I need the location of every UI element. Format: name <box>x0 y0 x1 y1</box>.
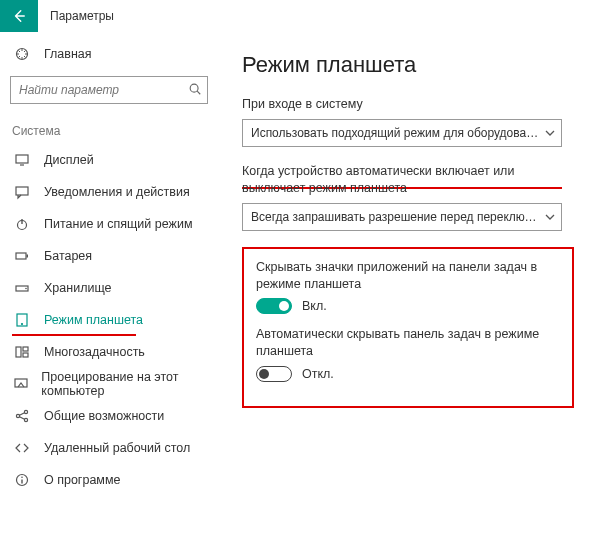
svg-point-17 <box>24 418 27 421</box>
sidebar-item-storage[interactable]: Хранилище <box>0 272 218 304</box>
sidebar-item-tablet[interactable]: Режим планшета <box>0 304 218 336</box>
sidebar-item-battery[interactable]: Батарея <box>0 240 218 272</box>
sidebar-item-label: О программе <box>32 473 120 487</box>
toggle-state: Откл. <box>302 367 334 381</box>
tablet-icon <box>12 312 32 328</box>
sidebar-item-label: Батарея <box>32 249 92 263</box>
sidebar-item-notifications[interactable]: Уведомления и действия <box>0 176 218 208</box>
sidebar-item-label: Питание и спящий режим <box>32 217 192 231</box>
storage-icon <box>12 280 32 296</box>
monitor-icon <box>12 152 32 168</box>
back-button[interactable] <box>0 0 38 32</box>
svg-point-19 <box>21 477 23 479</box>
project-icon <box>12 376 29 392</box>
chat-icon <box>12 184 32 200</box>
sidebar-item-projecting[interactable]: Проецирование на этот компьютер <box>0 368 218 400</box>
hide-taskbar-toggle[interactable] <box>256 366 292 382</box>
sidebar-item-about[interactable]: О программе <box>0 464 218 496</box>
select-value: Всегда запрашивать разрешение перед пере… <box>251 210 541 224</box>
arrow-left-icon <box>12 9 26 23</box>
shared-icon <box>12 408 32 424</box>
svg-rect-2 <box>16 155 28 163</box>
sidebar-item-label: Хранилище <box>32 281 112 295</box>
search-icon <box>188 82 202 96</box>
svg-point-8 <box>25 288 27 290</box>
svg-point-16 <box>24 410 27 413</box>
sidebar-item-shared[interactable]: Общие возможности <box>0 400 218 432</box>
hide-taskbar-label: Автоматически скрывать панель задач в ре… <box>256 326 560 360</box>
search-input[interactable] <box>10 76 208 104</box>
page-title: Режим планшета <box>242 52 576 78</box>
sidebar-item-display[interactable]: Дисплей <box>0 144 218 176</box>
autoswitch-label: Когда устройство автоматически включает … <box>242 163 562 197</box>
svg-rect-6 <box>27 255 29 258</box>
sidebar-item-power[interactable]: Питание и спящий режим <box>0 208 218 240</box>
remote-icon <box>12 440 32 456</box>
sidebar-item-label: Удаленный рабочий стол <box>32 441 190 455</box>
annotation-box: Скрывать значки приложений на панели зад… <box>242 247 574 409</box>
toggle-state: Вкл. <box>302 299 327 313</box>
hide-icons-toggle[interactable] <box>256 298 292 314</box>
nav-home-label: Главная <box>32 47 92 61</box>
multitask-icon <box>12 344 32 360</box>
signin-mode-label: При входе в систему <box>242 96 562 113</box>
svg-point-10 <box>21 323 22 324</box>
svg-rect-11 <box>16 347 21 357</box>
sidebar-item-label: Проецирование на этот компьютер <box>29 370 218 398</box>
sidebar-item-label: Общие возможности <box>32 409 164 423</box>
svg-point-1 <box>190 84 198 92</box>
nav-home[interactable]: Главная <box>0 38 218 70</box>
svg-rect-3 <box>16 187 28 195</box>
svg-rect-12 <box>23 347 28 351</box>
sidebar-item-label: Режим планшета <box>32 313 143 327</box>
power-icon <box>12 216 32 232</box>
svg-point-15 <box>16 414 19 417</box>
sidebar-section-header: Система <box>0 114 218 144</box>
signin-mode-select[interactable]: Использовать подходящий режим для оборуд… <box>242 119 562 147</box>
svg-rect-5 <box>16 253 26 259</box>
sidebar-item-multitask[interactable]: Многозадачность <box>0 336 218 368</box>
main-pane: Режим планшета При входе в систему Испол… <box>218 32 600 539</box>
chevron-down-icon <box>545 212 555 222</box>
battery-icon <box>12 248 32 264</box>
svg-rect-13 <box>23 353 28 357</box>
sidebar-item-label: Дисплей <box>32 153 94 167</box>
sidebar-item-remote[interactable]: Удаленный рабочий стол <box>0 432 218 464</box>
chevron-down-icon <box>545 128 555 138</box>
app-title: Параметры <box>38 9 114 23</box>
select-value: Использовать подходящий режим для оборуд… <box>251 126 541 140</box>
sidebar-item-label: Многозадачность <box>32 345 145 359</box>
home-icon <box>12 46 32 62</box>
sidebar-item-label: Уведомления и действия <box>32 185 190 199</box>
info-icon <box>12 472 32 488</box>
autoswitch-select[interactable]: Всегда запрашивать разрешение перед пере… <box>242 203 562 231</box>
hide-icons-label: Скрывать значки приложений на панели зад… <box>256 259 560 293</box>
sidebar: Главная Система Дисплей Уведомления и де… <box>0 32 218 539</box>
